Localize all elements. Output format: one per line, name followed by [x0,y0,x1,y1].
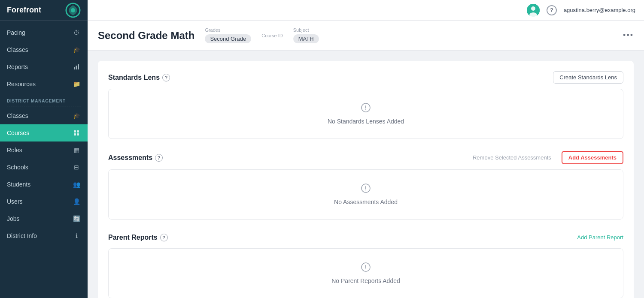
subject-badge: MATH [293,34,319,43]
svg-point-14 [365,109,366,110]
remove-assessments-button[interactable]: Remove Selected Assessments [473,154,551,161]
user-email: agustina.berry@example.org [564,7,635,13]
sidebar-item-roles[interactable]: Roles ▦ [0,141,88,159]
standards-lens-empty-icon [361,103,371,114]
users-icon: 👤 [72,197,81,206]
sidebar-header: Forefront [0,0,88,21]
students-icon: 👥 [72,180,81,189]
parent-reports-empty-text: No Parent Reports Added [331,277,400,284]
roles-icon: ▦ [72,146,81,154]
sidebar-item-label: Jobs [7,215,20,222]
assessments-title: Assessments [108,154,152,162]
main-content: ? agustina.berry@example.org Second Grad… [88,0,644,298]
sidebar-item-label: Reports [7,63,28,70]
course-id-group: Course ID [261,33,283,38]
sidebar-item-label: Students [7,181,30,188]
sidebar-item-jobs[interactable]: Jobs 🔄 [0,210,88,227]
classes-district-icon: 🎓 [72,111,81,120]
app-logo [65,3,81,18]
sidebar-item-label: Pacing [7,29,25,36]
app-name: Forefront [7,6,41,15]
assessments-help-icon[interactable]: ? [155,154,163,162]
parent-reports-header: Parent Reports ? Add Parent Report [108,232,623,243]
sidebar-item-courses[interactable]: Courses [0,124,88,141]
topbar: ? agustina.berry@example.org [88,0,644,21]
standards-lens-action: Create Standards Lens [553,71,623,84]
grades-group: Grades Second Grade [205,27,251,43]
subject-group: Subject MATH [293,27,319,43]
parent-reports-empty-icon [361,262,371,274]
content-area: Standards Lens ? Create Standards Lens N… [88,51,644,298]
svg-rect-5 [74,130,76,132]
district-management-label: DISTRICT MANAGEMENT [0,93,88,105]
svg-point-1 [71,8,75,12]
standards-lens-help-icon[interactable]: ? [162,74,170,81]
assessments-empty-icon [361,184,371,195]
reports-icon [72,63,81,71]
sidebar-item-label: Classes [7,112,28,119]
parent-reports-action: Add Parent Report [577,232,623,243]
standards-lens-empty: No Standards Lenses Added [108,89,623,139]
parent-reports-empty: No Parent Reports Added [108,248,623,298]
assessments-section: Assessments ? Remove Selected Assessment… [108,151,623,220]
svg-rect-8 [77,133,79,135]
sidebar-item-reports[interactable]: Reports [0,58,88,75]
add-assessments-button[interactable]: Add Assessments [562,151,623,164]
standards-lens-header: Standards Lens ? Create Standards Lens [108,71,623,84]
sidebar-item-classes[interactable]: Classes 🎓 [0,41,88,58]
sidebar-item-label: Users [7,198,23,205]
standards-lens-title: Standards Lens [108,74,160,81]
sidebar-item-resources[interactable]: Resources 📁 [0,75,88,93]
course-id-label: Course ID [261,33,283,38]
district-divider [7,106,81,106]
courses-icon [72,129,81,137]
sidebar-item-label: Schools [7,164,28,171]
sidebar-item-users[interactable]: Users 👤 [0,193,88,210]
help-icon[interactable]: ? [547,5,557,15]
sidebar-item-label: Courses [7,129,29,136]
sidebar-item-label: Resources [7,81,36,87]
svg-point-10 [531,6,535,11]
assessments-empty: No Assessments Added [108,169,623,220]
sidebar-item-label: Classes [7,46,28,53]
schools-icon: ⊟ [72,163,81,172]
assessments-actions: Remove Selected Assessments Add Assessme… [473,151,623,164]
sidebar-item-label: District Info [7,232,37,239]
sidebar-item-pacing[interactable]: Pacing ⏱ [0,24,88,41]
pacing-icon: ⏱ [72,28,81,37]
parent-reports-section: Parent Reports ? Add Parent Report No Pa… [108,232,623,298]
course-more-button[interactable]: ••• [623,31,634,40]
content-card: Standards Lens ? Create Standards Lens N… [98,61,634,298]
avatar [527,4,540,17]
assessments-empty-text: No Assessments Added [334,199,398,205]
subject-label: Subject [293,27,319,33]
svg-point-17 [365,190,366,190]
svg-rect-2 [74,67,75,69]
classes-icon: 🎓 [72,45,81,54]
parent-reports-help-icon[interactable]: ? [160,234,168,241]
svg-rect-7 [74,133,76,135]
add-parent-report-button[interactable]: Add Parent Report [577,232,623,243]
jobs-icon: 🔄 [72,214,81,223]
course-header: Second Grade Math Grades Second Grade Co… [88,21,644,51]
grades-badge: Second Grade [205,34,251,43]
assessments-header: Assessments ? Remove Selected Assessment… [108,151,623,164]
resources-icon: 📁 [72,80,81,88]
svg-rect-4 [78,64,79,69]
parent-reports-title: Parent Reports [108,234,158,241]
sidebar-item-label: Roles [7,147,22,154]
standards-lens-section: Standards Lens ? Create Standards Lens N… [108,71,623,139]
course-meta: Grades Second Grade Course ID Subject MA… [205,27,319,43]
district-info-icon: ℹ [72,232,81,240]
sidebar-item-schools[interactable]: Schools ⊟ [0,159,88,176]
sidebar-item-district-info[interactable]: District Info ℹ [0,227,88,244]
grades-label: Grades [205,27,251,33]
sidebar-navigation: Pacing ⏱ Classes 🎓 Reports Resources 📁 D… [0,21,88,244]
svg-rect-3 [76,66,77,69]
create-standards-lens-button[interactable]: Create Standards Lens [553,71,623,84]
svg-rect-6 [77,130,79,132]
sidebar-item-classes-district[interactable]: Classes 🎓 [0,107,88,124]
svg-point-20 [365,268,366,269]
standards-lens-empty-text: No Standards Lenses Added [328,118,404,125]
sidebar-item-students[interactable]: Students 👥 [0,176,88,193]
